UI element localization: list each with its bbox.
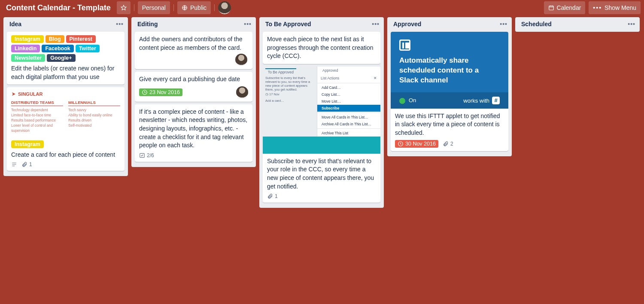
card-text: Add the owners and contributors of the c… [139,35,248,52]
list-menu-button[interactable]: ••• [372,21,380,27]
card-label: Newsletter [11,54,45,62]
singular-icon [11,91,16,97]
card[interactable]: Move each piece to the next list as it p… [263,32,380,64]
attachment-badge: 2 [443,141,453,147]
personal-button[interactable]: Personal [138,1,170,14]
list-to-be-approved: To Be Approved ••• Move each piece to th… [259,17,384,208]
list-menu-button[interactable]: ••• [500,21,507,27]
card[interactable]: Automatically share scheduled content to… [391,32,508,151]
list-title[interactable]: To Be Approved [265,21,311,27]
user-avatar[interactable] [218,1,231,14]
due-date-badge: 23 Nov 2016 [139,88,182,96]
svg-rect-2 [549,6,553,10]
card-text: Subscribe to every list that's relevant … [267,157,376,191]
board-header: Content Calendar - Template Personal Pub… [0,0,644,15]
card-cover: SINGULAR DISTRIBUTED TEAMS Technology de… [7,87,125,137]
card-label: Pinterest [66,35,96,43]
calendar-icon [548,5,554,11]
member-avatar[interactable] [235,54,247,66]
card-text: Create a card for each piece of content [11,151,120,159]
svg-marker-0 [121,5,126,10]
card[interactable]: SINGULAR DISTRIBUTED TEAMS Technology de… [7,87,125,171]
list-title[interactable]: Approved [393,21,421,27]
list-menu-button[interactable]: ••• [628,21,635,27]
dots-icon: ••• [593,4,602,11]
card-text: Give every card a publishing due date [139,75,248,84]
list-editing: Editing ••• Add the owners and contribut… [131,17,256,167]
calendar-label: Calendar [557,4,581,11]
divider [134,4,134,11]
list-menu-button[interactable]: ••• [244,21,252,27]
cover-title: Automatically share scheduled content to… [399,56,500,85]
divider [173,4,174,11]
description-icon [11,161,17,167]
checklist-badge: 2/6 [139,152,154,158]
list-scheduled: Scheduled ••• [515,17,640,32]
show-menu-button[interactable]: ••• Show Menu [589,1,641,14]
paperclip-icon [267,193,273,199]
slack-icon: # [492,97,500,104]
card-labels: InstagramBlogPinterestLinkedinFacebookTw… [11,35,120,62]
public-button[interactable]: Public [177,1,211,14]
card-text: If it's a complex piece of content - lik… [139,108,248,150]
card-label: Instagram [11,35,44,43]
card-cover: Automatically share scheduled content to… [391,32,508,109]
list-title[interactable]: Editing [137,21,158,27]
personal-label: Personal [142,4,166,11]
card-text: Move each piece to the next list as it p… [267,35,376,61]
card-text: Edit the labels (or create new ones) for… [11,64,120,81]
checklist-icon [139,152,145,158]
card[interactable]: Add the owners and contributors of the c… [135,32,252,69]
card-label: Blog [46,35,64,43]
globe-icon [182,5,188,11]
card-label: Instagram [11,140,44,148]
star-icon [121,5,127,11]
public-label: Public [190,4,207,11]
member-avatar[interactable] [236,86,248,98]
list-title[interactable]: Idea [9,21,21,27]
list-idea: Idea ••• InstagramBlogPinterestLinkedinF… [3,17,128,176]
list-approved: Approved ••• Automatically share schedul… [387,17,512,156]
paperclip-icon [443,141,449,147]
description-badge [11,161,17,167]
clock-icon [142,89,148,95]
card-label: Google+ [47,54,75,62]
card-text: We use this IFTTT applet to get notified… [395,112,504,137]
divider [214,4,215,11]
card[interactable]: Give every card a publishing due date 23… [135,72,252,102]
due-date-badge: 30 Nov 2016 [395,140,438,148]
on-indicator-icon [399,98,405,104]
card[interactable]: To Be Approved Subscribe to every list t… [263,67,380,203]
list-title[interactable]: Scheduled [521,21,552,27]
clock-icon [398,141,404,147]
star-button[interactable] [117,1,131,14]
list-menu-button[interactable]: ••• [116,21,124,27]
board-canvas: Idea ••• InstagramBlogPinterestLinkedinF… [0,15,644,210]
attachment-badge: 1 [267,193,278,199]
card-label: Facebook [42,45,73,52]
singular-logo: SINGULAR [11,91,120,97]
card-cover: To Be Approved Subscribe to every list t… [263,67,380,154]
card-label: Twitter [76,45,100,52]
trello-icon [399,40,410,51]
paperclip-icon [21,161,27,167]
card[interactable]: If it's a complex piece of content - lik… [135,104,252,162]
card[interactable]: InstagramBlogPinterestLinkedinFacebookTw… [7,32,125,85]
calendar-button[interactable]: Calendar [544,1,586,14]
show-menu-label: Show Menu [605,4,636,11]
card-label: Linkedin [11,45,40,52]
board-title[interactable]: Content Calendar - Template [3,3,113,12]
attachment-badge: 1 [21,161,32,167]
